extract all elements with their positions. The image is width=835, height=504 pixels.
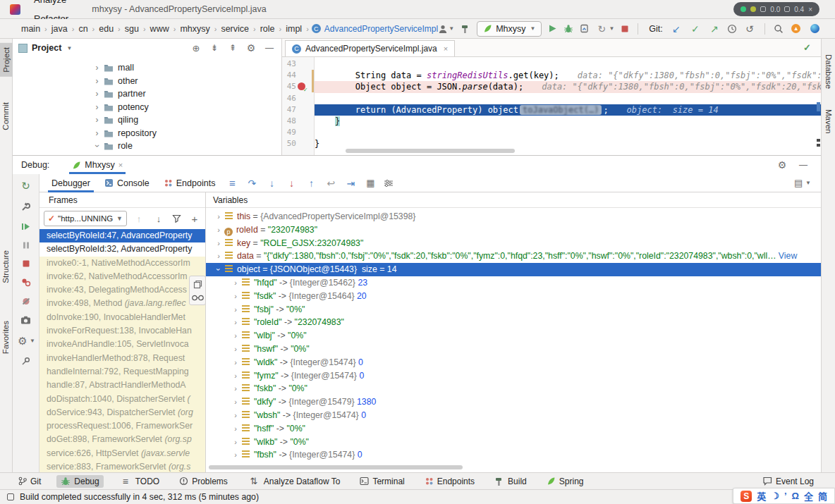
- git-update-icon[interactable]: ↙: [670, 23, 683, 35]
- settings-wrench-icon[interactable]: [20, 202, 31, 212]
- chevron-down-icon[interactable]: ›: [92, 141, 102, 152]
- chevron-right-icon[interactable]: ›: [92, 76, 102, 86]
- breadcrumb-item-role[interactable]: role: [259, 24, 276, 34]
- tree-item-partner[interactable]: ›partner: [13, 87, 281, 101]
- tray-close-icon[interactable]: ×: [808, 6, 812, 13]
- git-history-icon[interactable]: [727, 24, 737, 34]
- user-dropdown-icon[interactable]: ▼: [438, 24, 454, 34]
- toolwindow-button-todo[interactable]: ≡TODO: [115, 474, 164, 489]
- hide-panel-icon[interactable]: —: [263, 42, 276, 54]
- copy-stack-icon[interactable]: [193, 280, 202, 289]
- coverage-icon[interactable]: ↻▼: [595, 23, 614, 35]
- chevron-right-icon[interactable]: ›: [230, 369, 241, 383]
- breadcrumb-item-mhxysy[interactable]: mhxysy: [178, 24, 211, 34]
- variable-row[interactable]: ›"wlkb" -> "0%": [206, 436, 821, 449]
- toolwindow-button-problems[interactable]: Problems: [175, 475, 232, 488]
- frame-row[interactable]: invokeHandlerMethod:878, Request: [39, 352, 205, 365]
- chevron-right-icon[interactable]: ›: [230, 329, 241, 343]
- variable-row[interactable]: ›"hsff" -> "0%": [206, 422, 821, 436]
- frame-row[interactable]: service:883, FrameworkServlet (org.s: [39, 460, 205, 473]
- tree-item-mall[interactable]: ›mall: [13, 61, 281, 75]
- breakpoint-icon[interactable]: [298, 82, 305, 90]
- system-tray[interactable]: 0.0 0.4 ×: [733, 2, 819, 16]
- chevron-right-icon[interactable]: ›: [230, 343, 241, 356]
- project-view-selector[interactable]: Project ▼: [18, 43, 72, 53]
- sidebar-item-database[interactable]: Database: [824, 54, 833, 89]
- sidebar-item-maven[interactable]: Maven: [824, 109, 833, 134]
- breadcrumb-item-edu[interactable]: edu: [97, 24, 115, 34]
- step-into-icon[interactable]: ↓: [265, 177, 278, 190]
- toolwindow-button-event-log[interactable]: Event Log: [758, 475, 818, 488]
- layout-menu-icon[interactable]: ≡: [226, 177, 238, 190]
- thread-dump-camera-icon[interactable]: [20, 316, 31, 324]
- chevron-right-icon[interactable]: ›: [230, 409, 241, 422]
- tab-close-icon[interactable]: ×: [444, 44, 448, 53]
- chevron-right-icon[interactable]: ›: [92, 128, 102, 138]
- chevron-right-icon[interactable]: ›: [230, 356, 241, 369]
- frame-row[interactable]: processRequest:1006, FrameworkSer: [39, 419, 205, 433]
- toolwindow-button-debug[interactable]: Debug: [56, 475, 103, 488]
- run-to-cursor-icon[interactable]: ⇥: [344, 177, 357, 190]
- breadcrumb-current[interactable]: C AdvancedPropertyServiceImpl: [312, 24, 438, 34]
- editor-horizontal-scrollbar[interactable]: [346, 149, 515, 153]
- chevron-right-icon[interactable]: ›: [213, 210, 224, 223]
- rerun-icon[interactable]: ↻: [20, 179, 32, 192]
- search-icon[interactable]: [774, 24, 784, 34]
- resume-icon[interactable]: [21, 222, 30, 231]
- frame-row[interactable]: doInvoke:190, InvocableHandlerMet: [39, 311, 205, 324]
- toolwindow-button-build[interactable]: Build: [490, 475, 531, 488]
- drop-frame-icon[interactable]: ↩: [324, 177, 337, 190]
- settings-gear-icon[interactable]: ⚙: [776, 159, 788, 171]
- frame-row[interactable]: invoke0:-1, NativeMethodAccessorIm: [39, 257, 205, 270]
- variable-row[interactable]: ›"roleId" -> "232074983": [206, 316, 821, 329]
- tab-console[interactable]: Console: [98, 174, 156, 192]
- frame-row[interactable]: doGet:898, FrameworkServlet (org.sp: [39, 433, 205, 446]
- chevron-right-icon[interactable]: ›: [230, 448, 241, 462]
- chevron-right-icon[interactable]: ›: [213, 237, 224, 250]
- editor-tab[interactable]: C AdvancedPropertyServiceImpl.java ×: [285, 40, 455, 56]
- sidebar-item-structure[interactable]: Structure: [1, 250, 10, 283]
- frame-row[interactable]: selectByRoleId:47, AdvancedProperty: [39, 229, 205, 242]
- frame-row[interactable]: invokeForRequest:138, InvocableHan: [39, 324, 205, 338]
- ime-widget[interactable]: S 英☽’Ω全简: [733, 488, 835, 504]
- variable-row[interactable]: ›"wbsh" -> {Integer@15474} 0: [206, 409, 821, 422]
- variable-row[interactable]: ›key = "ROLE_GJSX:232074983": [206, 237, 821, 250]
- variable-row[interactable]: ›data = "{"dkfy":1380,"fbsh":0,"fsbj":"0…: [206, 250, 821, 263]
- glasses-icon[interactable]: [192, 295, 204, 301]
- toolwindow-button-spring[interactable]: Spring: [542, 475, 588, 488]
- tab-endpoints[interactable]: Endpoints: [157, 174, 222, 192]
- variable-row[interactable]: ›"fbsh" -> {Integer@15474} 0: [206, 448, 821, 462]
- down-arrow-icon[interactable]: ↓: [152, 212, 165, 225]
- git-rollback-icon[interactable]: ↺: [743, 23, 756, 35]
- code-area[interactable]: 4344454647484950 String data = stringRed…: [282, 57, 821, 155]
- tree-item-potency[interactable]: ›potency: [13, 101, 281, 114]
- chevron-right-icon[interactable]: ›: [230, 290, 241, 303]
- chevron-right-icon[interactable]: ›: [213, 250, 224, 263]
- collapse-all-icon[interactable]: ⇞: [226, 42, 239, 54]
- build-hammer-icon[interactable]: [461, 24, 470, 34]
- ime-item[interactable]: 全: [804, 489, 813, 503]
- ime-item[interactable]: ’: [784, 491, 787, 501]
- frame-row[interactable]: handleInternal:792, RequestMapping: [39, 365, 205, 379]
- variable-row[interactable]: ›this = {AdvancedPropertyServiceImpl@153…: [206, 210, 821, 223]
- breadcrumb-item-service[interactable]: service: [219, 24, 250, 34]
- chevron-right-icon[interactable]: ›: [92, 115, 102, 125]
- sidebar-item-favorites[interactable]: Favorites: [1, 321, 10, 354]
- tree-item-other[interactable]: ›other: [13, 75, 281, 88]
- git-commit-icon[interactable]: ✓: [689, 23, 702, 35]
- toolwindow-button-endpoints[interactable]: Endpoints: [420, 475, 479, 488]
- evaluate-icon[interactable]: ▦: [364, 177, 377, 190]
- settings-gear-icon[interactable]: ⚙: [245, 42, 257, 54]
- variable-row[interactable]: ›"hfqd" -> {Integer@15462} 23: [206, 276, 821, 290]
- debug-session-tab[interactable]: Mhxysy ×: [69, 156, 126, 174]
- chevron-right-icon[interactable]: ›: [92, 89, 102, 99]
- tab-close-icon[interactable]: ×: [118, 161, 123, 169]
- sidebar-item-project[interactable]: Project: [0, 43, 13, 77]
- chevron-right-icon[interactable]: ›: [92, 102, 102, 112]
- tree-item-repository[interactable]: ›repository: [13, 127, 281, 140]
- git-push-icon[interactable]: ↗: [708, 23, 721, 35]
- chevron-right-icon[interactable]: ›: [230, 422, 241, 436]
- chevron-right-icon[interactable]: ›: [230, 436, 241, 449]
- frame-row[interactable]: selectByRoleId:32, AdvancedProperty: [39, 242, 205, 256]
- stop-icon[interactable]: [621, 25, 629, 33]
